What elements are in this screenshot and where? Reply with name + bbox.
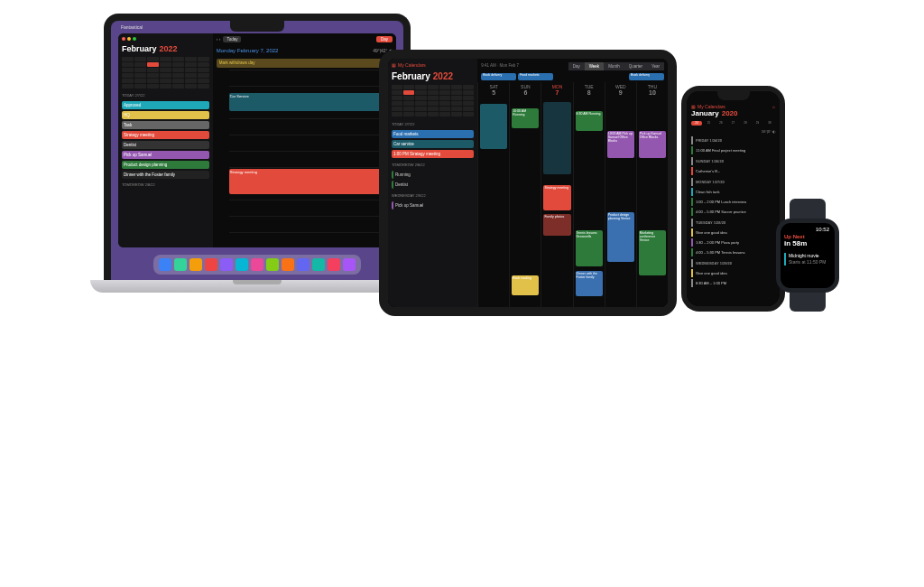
mac-tomorrow-heading: TOMORROW 2/8/22: [122, 182, 209, 187]
fantastical-watch-app: 10:52 Up Next in 58m Midnight movie Star…: [784, 227, 831, 284]
mac-timeline: Car ServiceStrategy meeting: [217, 70, 393, 247]
watch-time: 10:52: [816, 227, 829, 232]
ipad-week-view: 9:41 AM · Mon Feb 7 DayWeekMonthQuarterY…: [477, 59, 668, 307]
mac-month-title: February 2022: [122, 44, 209, 53]
ipad-tomorrow-list: RunningDentist: [392, 169, 474, 189]
iphone-month-title: January 2020: [691, 109, 775, 117]
ipad-wednesday-heading: WEDNESDAY 2/9/22: [392, 193, 474, 198]
iphone-mini-calendar: 24252627282930: [691, 121, 775, 126]
watch-event: Midnight movie Starts at 11:50 PM: [784, 253, 831, 266]
iphone-notch: [717, 91, 750, 100]
ipad-view-tabs[interactable]: DayWeekMonthQuarterYear: [568, 62, 664, 70]
ipad-calendars-header: ▦ My Calendars: [392, 62, 474, 68]
ipad-sidebar: ▦ My Calendars February 2022 TODAY 2/7/2…: [388, 59, 477, 307]
view-tab-year[interactable]: Year: [647, 62, 664, 70]
macbook-device: Fantastical February 2022 TODAY 2/7/22: [90, 14, 424, 293]
mac-toolbar: ‹ › Today Day: [213, 33, 396, 44]
ipad-mini-calendar: [392, 85, 474, 116]
apple-watch-device: 10:52 Up Next in 58m Midnight movie Star…: [772, 199, 844, 312]
ipad-event-list: Food marketsCar service1:00 PM Strategy …: [392, 128, 474, 158]
ipad-topbar: 9:41 AM · Mon Feb 7 DayWeekMonthQuarterY…: [477, 59, 668, 71]
all-day-event: Mark withdraws day: [217, 59, 393, 68]
view-tab-day[interactable]: Day: [568, 62, 585, 70]
mac-event-list: ApprovedHQTaskStrategy meetingDentistPic…: [122, 99, 209, 179]
ipad-week-grid: SAT5SUN6MON7TUE8WED9THU1010:00 AM Runnin…: [477, 82, 668, 307]
ipad-tomorrow-heading: TOMORROW 2/8/22: [392, 163, 474, 167]
watch-countdown: in 58m: [784, 239, 831, 247]
window-traffic-lights: [122, 37, 209, 41]
iphone-device: ▦My Calendars ⌕ January 2020 24252627282…: [681, 86, 785, 312]
macbook-base: [90, 280, 424, 293]
today-button[interactable]: Today: [223, 36, 241, 42]
ipad-month-title: February 2022: [392, 71, 474, 81]
ipad-today-heading: TODAY 2/7/22: [392, 122, 474, 126]
macbook-notch: [230, 21, 284, 32]
view-tab-week[interactable]: Week: [585, 62, 604, 70]
view-day-button[interactable]: Day: [376, 36, 393, 42]
mac-mini-calendar: [122, 57, 209, 89]
fantastical-mac-window: February 2022 TODAY 2/7/22 ApprovedHQTas…: [118, 33, 396, 247]
watch-face: 10:52 Up Next in 58m Midnight movie Star…: [776, 219, 839, 293]
view-tab-month[interactable]: Month: [604, 62, 624, 70]
ipad-wed-list: Pick up Samuel: [392, 200, 474, 210]
mac-today-heading: TODAY 2/7/22: [122, 93, 209, 98]
mac-main-day-view: ‹ › Today Day Monday February 7, 2022 49…: [213, 33, 396, 247]
ipad-allday-row: Book deliveryFood marketsBook delivery: [477, 71, 668, 82]
macbook-screen: Fantastical February 2022 TODAY 2/7/22: [104, 14, 411, 280]
hero-device-cluster: Fantastical February 2022 TODAY 2/7/22: [0, 0, 924, 334]
iphone-event-list: FRIDAY 1/24/2011:00 AM Final project mee…: [691, 134, 775, 302]
fantastical-iphone-app: ▦My Calendars ⌕ January 2020 24252627282…: [687, 91, 780, 306]
view-tab-quarter[interactable]: Quarter: [624, 62, 647, 70]
ipad-device: ▦ My Calendars February 2022 TODAY 2/7/2…: [379, 50, 677, 316]
calendar-icon: ▦: [392, 62, 396, 68]
fantastical-ipad-window: ▦ My Calendars February 2022 TODAY 2/7/2…: [388, 59, 668, 307]
mac-day-header: Monday February 7, 2022 49°|42° ◐: [213, 44, 396, 57]
menubar-app-name: Fantastical: [121, 24, 143, 30]
mac-sidebar: February 2022 TODAY 2/7/22 ApprovedHQTas…: [118, 33, 213, 247]
macos-dock: [153, 255, 361, 275]
